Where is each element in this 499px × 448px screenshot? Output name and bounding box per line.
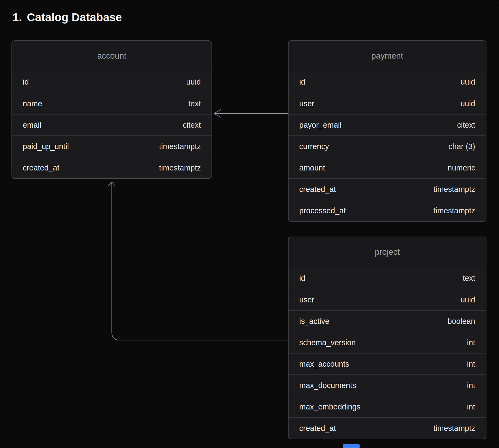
field-type: uuid: [460, 295, 475, 304]
field-type: numeric: [448, 164, 475, 172]
field-name: id: [299, 274, 305, 283]
table-row-payment-id[interactable]: id uuid: [289, 71, 486, 93]
field-name: processed_at: [299, 206, 346, 215]
bottom-blue-indicator[interactable]: [343, 444, 360, 448]
table-title: account: [97, 51, 126, 61]
field-type: uuid: [186, 78, 201, 86]
table-row-payment-amount[interactable]: amount numeric: [289, 157, 486, 178]
table-row-project-max_embeddings[interactable]: max_embeddings int: [289, 396, 486, 417]
field-type: timestamptz: [433, 424, 475, 433]
field-type: int: [467, 381, 475, 390]
table-title: project: [375, 247, 400, 257]
diagram-canvas: 1. Catalog Database account id uuid name…: [0, 0, 499, 448]
field-name: created_at: [23, 164, 59, 172]
table-row-project-max_documents[interactable]: max_documents int: [289, 374, 486, 396]
field-name: max_accounts: [299, 360, 349, 369]
field-type: text: [188, 99, 201, 108]
field-name: paid_up_until: [23, 142, 69, 151]
table-row-project-created_at[interactable]: created_at timestamptz: [289, 417, 486, 439]
table-row-project-user[interactable]: user uuid: [289, 289, 486, 310]
page-title: 1. Catalog Database: [13, 11, 122, 24]
table-row-account-email[interactable]: email citext: [12, 114, 212, 135]
field-type: uuid: [460, 78, 475, 86]
table-row-project-max_accounts[interactable]: max_accounts int: [289, 353, 486, 374]
field-name: payor_email: [299, 121, 341, 130]
relation-line: [112, 182, 287, 340]
field-type: text: [463, 274, 475, 283]
table-row-account-created_at[interactable]: created_at timestamptz: [12, 157, 212, 178]
field-type: boolean: [448, 317, 475, 326]
field-type: timestamptz: [159, 142, 201, 151]
field-type: uuid: [460, 99, 475, 108]
field-name: currency: [299, 142, 329, 151]
table-title: payment: [371, 51, 403, 61]
field-name: id: [23, 78, 29, 86]
field-type: int: [467, 403, 475, 411]
field-name: is_active: [299, 317, 329, 326]
table-payment[interactable]: payment id uuid user uuid payor_email ci…: [288, 40, 486, 222]
table-row-project-id[interactable]: id text: [289, 267, 486, 289]
page-title-text: Catalog Database: [27, 11, 122, 24]
table-row-payment-currency[interactable]: currency char (3): [289, 135, 486, 157]
relation-arrow-payment-to-account: [214, 110, 287, 117]
field-name: user: [299, 99, 314, 108]
page-title-number: 1.: [13, 11, 22, 24]
table-project[interactable]: project id text user uuid is_active bool…: [288, 237, 486, 439]
table-row-payment-payor_email[interactable]: payor_email citext: [289, 114, 486, 135]
field-type: int: [467, 360, 475, 369]
table-row-account-name[interactable]: name text: [12, 93, 212, 114]
field-type: int: [467, 338, 475, 347]
table-account[interactable]: account id uuid name text email citext p…: [11, 40, 212, 179]
table-row-account-paid_up_until[interactable]: paid_up_until timestamptz: [12, 135, 212, 157]
field-type: timestamptz: [159, 164, 201, 172]
table-row-payment-user[interactable]: user uuid: [289, 93, 486, 114]
field-type: timestamptz: [433, 206, 475, 215]
field-type: citext: [457, 121, 475, 130]
field-name: max_documents: [299, 381, 356, 390]
field-name: created_at: [299, 424, 336, 433]
table-row-payment-created_at[interactable]: created_at timestamptz: [289, 178, 486, 200]
table-header[interactable]: account: [12, 41, 212, 71]
field-name: schema_version: [299, 338, 356, 347]
field-type: char (3): [448, 142, 475, 151]
field-name: user: [299, 295, 314, 304]
field-name: created_at: [299, 185, 336, 194]
table-row-project-schema_version[interactable]: schema_version int: [289, 332, 486, 353]
field-name: name: [23, 99, 42, 108]
field-name: email: [23, 121, 41, 130]
table-header[interactable]: project: [289, 237, 486, 267]
field-type: timestamptz: [433, 185, 475, 194]
table-row-payment-processed_at[interactable]: processed_at timestamptz: [289, 200, 486, 221]
field-type: citext: [183, 121, 201, 130]
table-row-project-is_active[interactable]: is_active boolean: [289, 310, 486, 332]
arrowhead-left-icon: [214, 110, 220, 117]
field-name: id: [299, 78, 305, 86]
field-name: max_embeddings: [299, 403, 360, 411]
relation-arrow-project-to-account: [108, 182, 287, 340]
table-row-account-id[interactable]: id uuid: [12, 71, 212, 93]
field-name: amount: [299, 164, 325, 172]
arrowhead-up-icon: [108, 182, 115, 186]
table-header[interactable]: payment: [289, 41, 486, 71]
